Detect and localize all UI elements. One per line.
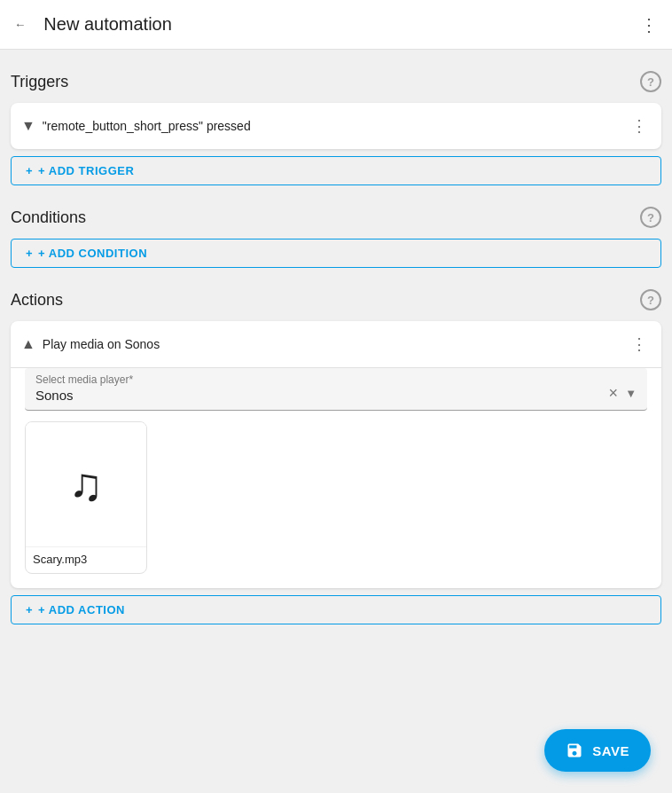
add-action-plus-icon: + xyxy=(26,603,33,616)
save-label: SAVE xyxy=(592,743,629,758)
actions-help-button[interactable]: ? xyxy=(640,289,661,310)
trigger-card: ▼ "remote_button_short_press" pressed ⋮ xyxy=(11,103,661,149)
action-chevron-icon[interactable]: ▲ xyxy=(21,336,35,352)
trigger-more-button[interactable]: ⋮ xyxy=(628,114,651,137)
add-action-button[interactable]: + + ADD ACTION xyxy=(11,595,661,624)
conditions-help-button[interactable]: ? xyxy=(640,207,661,228)
triggers-title: Triggers xyxy=(11,73,68,91)
dropdown-icon[interactable]: ▼ xyxy=(625,387,637,400)
triggers-help-button[interactable]: ? xyxy=(640,71,661,92)
save-icon xyxy=(566,742,583,759)
action-more-icon: ⋮ xyxy=(631,335,647,353)
main-content: Triggers ? ▼ "remote_button_short_press"… xyxy=(0,50,672,646)
header-left: ← New automation xyxy=(7,11,172,38)
actions-title: Actions xyxy=(11,291,63,310)
app-header: ← New automation ⋮ xyxy=(0,0,672,50)
add-condition-label: + ADD CONDITION xyxy=(38,247,147,260)
media-grid: ♫ Scary.mp3 xyxy=(11,421,661,588)
add-condition-plus-icon: + xyxy=(26,247,33,260)
trigger-chevron-icon[interactable]: ▼ xyxy=(21,118,35,134)
more-icon: ⋮ xyxy=(640,14,658,35)
select-icons: × ▼ xyxy=(609,384,637,403)
trigger-item-text: "remote_button_short_press" pressed xyxy=(43,119,251,133)
music-note-icon: ♫ xyxy=(69,461,104,507)
action-more-button[interactable]: ⋮ xyxy=(628,333,651,356)
action-card: ▲ Play media on Sonos ⋮ Select media pla… xyxy=(11,321,661,588)
add-trigger-plus-icon: + xyxy=(26,164,33,177)
actions-section-header: Actions ? xyxy=(11,289,661,310)
clear-icon[interactable]: × xyxy=(609,384,619,403)
action-row-left: ▲ Play media on Sonos xyxy=(21,336,160,352)
add-trigger-button[interactable]: + + ADD TRIGGER xyxy=(11,156,661,185)
media-item[interactable]: ♫ Scary.mp3 xyxy=(25,421,147,574)
more-options-button[interactable]: ⋮ xyxy=(633,7,665,43)
save-button[interactable]: SAVE xyxy=(544,729,651,772)
page-title: New automation xyxy=(43,14,172,35)
action-item-text: Play media on Sonos xyxy=(43,337,160,351)
back-icon: ← xyxy=(14,18,26,31)
add-action-label: + ADD ACTION xyxy=(38,603,125,616)
conditions-section-header: Conditions ? xyxy=(11,207,661,228)
media-thumbnail: ♫ xyxy=(26,422,146,546)
trigger-more-icon: ⋮ xyxy=(631,117,647,135)
triggers-section-header: Triggers ? xyxy=(11,71,661,92)
media-player-label: Select media player* xyxy=(35,373,609,386)
media-filename: Scary.mp3 xyxy=(26,546,146,573)
conditions-help-icon: ? xyxy=(647,211,654,224)
media-player-inner: Select media player* Sonos xyxy=(35,373,609,403)
actions-help-icon: ? xyxy=(647,294,654,307)
add-trigger-label: + ADD TRIGGER xyxy=(38,164,134,177)
media-player-value: Sonos xyxy=(35,388,74,403)
action-card-row: ▲ Play media on Sonos ⋮ xyxy=(11,321,661,367)
conditions-title: Conditions xyxy=(11,208,86,227)
trigger-row-left: ▼ "remote_button_short_press" pressed xyxy=(21,118,251,134)
add-condition-button[interactable]: + + ADD CONDITION xyxy=(11,239,661,268)
back-button[interactable]: ← xyxy=(7,11,33,38)
trigger-card-row: ▼ "remote_button_short_press" pressed ⋮ xyxy=(11,103,661,149)
media-player-select[interactable]: Select media player* Sonos × ▼ xyxy=(25,368,647,411)
triggers-help-icon: ? xyxy=(647,75,654,89)
